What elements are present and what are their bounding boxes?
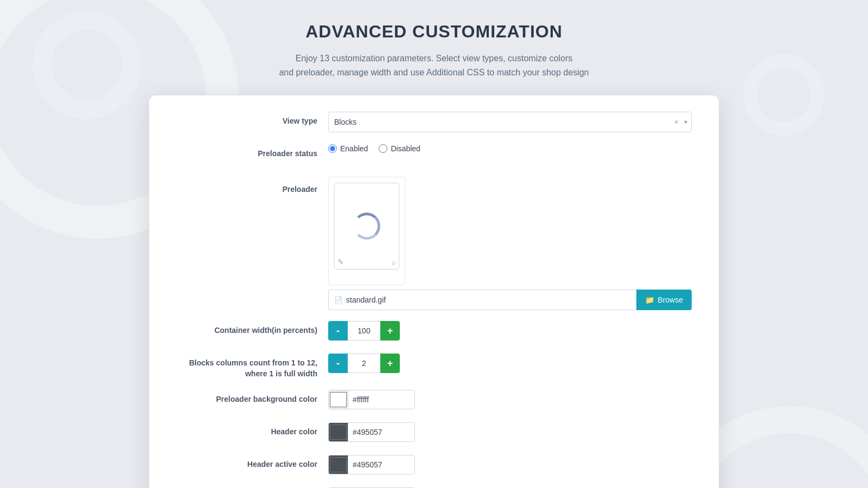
preloader-upload-area: × ✎ ⌕ — [328, 177, 405, 285]
file-name-display: 📄 standard.gif — [328, 290, 636, 310]
spinner — [353, 213, 380, 240]
header-active-color-swatch[interactable] — [329, 455, 348, 474]
blocks-columns-input[interactable] — [348, 354, 380, 373]
preloader-disabled-label[interactable]: Disabled — [379, 144, 420, 153]
view-type-label: View type — [176, 112, 328, 127]
image-edit-icon[interactable]: ✎ — [337, 258, 344, 266]
page-title: ADVANCED CUSTOMIZATION — [279, 22, 589, 42]
preloader-enabled-radio[interactable] — [328, 144, 337, 153]
preloader-bg-color-control — [328, 390, 692, 409]
blocks-columns-minus[interactable]: - — [328, 354, 348, 373]
header-color-control — [328, 422, 692, 442]
bg-decoration-2 — [743, 54, 825, 136]
main-form-card: View type Blocks List Grid × ▾ Preloader… — [149, 95, 719, 488]
preloader-enabled-label[interactable]: Enabled — [328, 144, 368, 153]
preloader-bg-color-row: Preloader background color — [176, 390, 692, 412]
header-color-swatch[interactable] — [329, 422, 348, 442]
preloader-status-control: Enabled Disabled — [328, 144, 692, 153]
header-active-color-label: Header active color — [176, 455, 328, 470]
preloader-bg-color-swatch[interactable] — [329, 390, 348, 409]
blocks-columns-plus[interactable]: + — [380, 354, 400, 373]
preloader-status-radio-group: Enabled Disabled — [328, 144, 420, 153]
container-width-minus[interactable]: - — [328, 321, 348, 341]
bg-decoration-1 — [33, 11, 141, 119]
header-active-color-control — [328, 455, 692, 474]
preloader-label: Preloader — [176, 177, 328, 195]
preloader-bg-color-text[interactable] — [348, 395, 415, 404]
preloader-row: Preloader × ✎ ⌕ 📄 standard.gif — [176, 177, 692, 310]
container-width-input[interactable] — [348, 321, 380, 341]
select-arrow-icon: ▾ — [684, 118, 687, 126]
select-clear-icon[interactable]: × — [674, 118, 679, 126]
preloader-bg-color-label: Preloader background color — [176, 390, 328, 405]
spinner-inner — [353, 213, 380, 240]
preloader-image-box: ✎ ⌕ — [334, 183, 399, 269]
container-width-stepper: - + — [328, 321, 400, 341]
browse-button[interactable]: 📁 Browse — [636, 290, 692, 310]
view-type-row: View type Blocks List Grid × ▾ — [176, 112, 692, 133]
header-active-color-text[interactable] — [348, 460, 415, 469]
container-width-plus[interactable]: + — [380, 321, 400, 341]
blocks-columns-control: - + — [328, 354, 692, 373]
file-icon: 📄 — [334, 296, 343, 304]
page-header: ADVANCED CUSTOMIZATION Enjoy 13 customiz… — [279, 22, 589, 79]
header-active-color-row: Header active color — [176, 455, 692, 477]
page-subtitle: Enjoy 13 customization parameters. Selec… — [279, 52, 589, 79]
header-active-color-wrapper — [328, 455, 415, 474]
container-width-control: - + — [328, 321, 692, 341]
file-input-wrapper: 📄 standard.gif 📁 Browse — [328, 290, 692, 310]
image-zoom-icon[interactable]: ⌕ — [392, 258, 396, 266]
view-type-select-wrapper: Blocks List Grid × ▾ — [328, 112, 692, 132]
preloader-status-label: Preloader status — [176, 144, 328, 159]
preloader-status-row: Preloader status Enabled Disabled — [176, 144, 692, 166]
header-color-text[interactable] — [348, 428, 415, 436]
blocks-columns-stepper: - + — [328, 354, 400, 373]
blocks-columns-row: Blocks columns count from 1 to 12, where… — [176, 354, 692, 379]
view-type-select[interactable]: Blocks List Grid — [328, 112, 692, 132]
preloader-control: × ✎ ⌕ 📄 standard.gif 📁 — [328, 177, 692, 310]
browse-icon: 📁 — [645, 296, 654, 304]
header-color-wrapper — [328, 422, 415, 442]
container-width-row: Container width(in percents) - + — [176, 321, 692, 343]
header-color-row: Header color — [176, 422, 692, 444]
preloader-bg-color-wrapper — [328, 390, 415, 409]
container-width-label: Container width(in percents) — [176, 321, 328, 336]
header-color-label: Header color — [176, 422, 328, 438]
file-input-row: 📄 standard.gif 📁 Browse — [328, 290, 692, 310]
preloader-disabled-radio[interactable] — [379, 144, 387, 153]
file-name-text: standard.gif — [346, 296, 386, 304]
blocks-columns-label: Blocks columns count from 1 to 12, where… — [176, 354, 328, 379]
view-type-control: Blocks List Grid × ▾ — [328, 112, 692, 132]
